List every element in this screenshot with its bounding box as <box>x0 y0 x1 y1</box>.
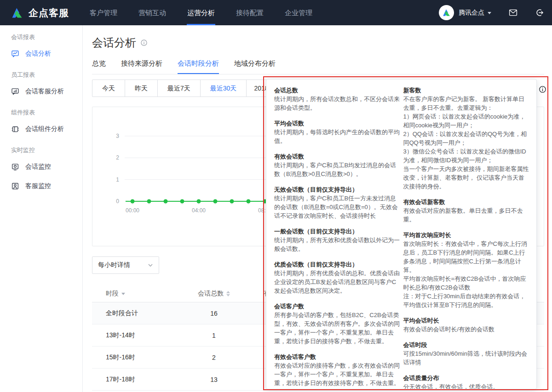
cell-period: 15时-16时 <box>92 353 170 362</box>
chevron-down-icon <box>488 12 491 14</box>
metric-body: 首次响应时长：有效会话中，客户C每次上行消息后，员工B下行消息的时间间隔。如果C… <box>403 239 529 309</box>
metric-title: 无效会话数（目前仅支持导出） <box>274 185 400 194</box>
avatar-logo-icon <box>442 8 451 17</box>
sidebar-item-label: 会话客服分析 <box>25 87 64 96</box>
nav-item-customer-mgmt[interactable]: 客户管理 <box>79 0 128 25</box>
page-title: 会话分析 <box>92 35 136 50</box>
sidebar-section-component-reports: 组件报表 会话组件分析 <box>0 108 82 134</box>
svg-text:00:00: 00:00 <box>126 207 139 214</box>
chevron-down-icon <box>148 262 153 268</box>
metric-body: 统计周期内，客户C和员工B任一方未发过消息的会话数（B消息数=0或C消息数=0）… <box>274 194 400 220</box>
qidian-logo-icon <box>10 6 24 20</box>
sidebar-item-label: 会话监控 <box>25 163 51 171</box>
agent-chat-icon <box>11 87 19 96</box>
sidebar-section-staff-reports: 员工报表 会话客服分析 <box>0 70 82 96</box>
cell-period: 全时段合计 <box>92 309 170 318</box>
envelope-icon <box>508 8 518 17</box>
sidebar-section-header: 会话报表 <box>0 33 82 42</box>
sidebar-section-session-reports: 会话报表 会话分析 <box>0 33 82 58</box>
top-menu: 客户管理 营销互动 运营分析 接待配置 企业管理 <box>79 0 323 25</box>
metric-body: 可按15min/30min/60min筛选，统计该时段内会话详情 <box>403 349 529 367</box>
tab-region-distribution[interactable]: 地域分布分析 <box>234 59 276 74</box>
tab-overview[interactable]: 总览 <box>92 59 106 74</box>
nav-right-tools: 腾讯企点 <box>439 5 545 20</box>
sidebar-item-session-analysis[interactable]: 会话分析 <box>0 49 82 58</box>
metric-body: 有效会话的会话时长/有效的会话数 <box>403 325 529 334</box>
metric-body: 所有参与会话的客户数，包括B2C、C2B会话类型，有效、无效会话的所有客户。多次… <box>274 311 400 346</box>
sort-desc-icon <box>121 293 125 295</box>
info-icon <box>539 85 546 93</box>
sidebar-item-session-monitor[interactable]: 会话监控 <box>0 162 82 171</box>
metric-title: 会话客户数 <box>274 302 400 311</box>
metric-definitions-popover: 会话总数统计周期内，所有会话次数总和，不区分会话来源和会话类型。 平均会话数统计… <box>266 79 537 389</box>
sidebar-item-agent-monitor[interactable]: 客服监控 <box>0 181 82 191</box>
metric-title: 优质会话数（目前仅支持导出） <box>274 260 400 269</box>
nav-item-enterprise-mgmt[interactable]: 企业管理 <box>274 0 323 25</box>
cell-total: 13 <box>170 376 258 383</box>
title-info-button[interactable] <box>140 39 148 46</box>
analysis-tabs: 总览 接待来源分析 会话时段分析 地域分布分析 <box>92 59 544 74</box>
sidebar-section-header: 组件报表 <box>0 108 82 117</box>
sidebar-section-realtime-monitor: 实时监控 会话监控 客服监控 <box>0 146 82 191</box>
metric-body: 有效会话对应的接待客户数，多次有效会话的同一客户，算作一个客户，不重复累加。单日… <box>274 361 400 387</box>
filter-yesterday-button[interactable]: 昨天 <box>125 80 158 97</box>
component-icon <box>11 125 19 133</box>
sort-icon <box>226 291 230 296</box>
metric-body: 统计周期内，每筛选时长内产生的会话数的平均值。 <box>274 128 400 145</box>
logout-icon <box>535 8 545 17</box>
sidebar: 会话报表 会话分析 员工报表 会话客服分析 <box>0 25 83 392</box>
metric-title: 一般会话数（目前仅支持导出） <box>274 227 400 236</box>
svg-text:04:00: 04:00 <box>192 207 206 214</box>
svg-text:3: 3 <box>116 133 119 139</box>
metric-title: 平均首次响应时长 <box>403 231 529 239</box>
metric-title: 会话总数 <box>274 86 400 95</box>
logout-button[interactable] <box>535 8 545 17</box>
svg-text:2: 2 <box>116 154 119 161</box>
chat-analysis-icon <box>11 50 19 58</box>
app-root: 企点客服 客户管理 营销互动 运营分析 接待配置 企业管理 腾讯企点 <box>0 0 552 392</box>
metric-body: 统计周期内，客户C和员工B均发过消息的会话数（B消息数>0且C消息数>0）。 <box>274 161 400 178</box>
tab-session-period[interactable]: 会话时段分析 <box>178 59 219 74</box>
popover-right-column: 新客数不在客户库的客户记为新客。 新客数计算单日去重，多日不去重。去重逻辑为： … <box>403 86 529 389</box>
filter-last7days-button[interactable]: 最近7天 <box>157 80 201 97</box>
svg-text:1: 1 <box>116 176 119 183</box>
filter-last30days-button[interactable]: 最近30天 <box>200 80 247 97</box>
top-navbar: 企点客服 客户管理 营销互动 运营分析 接待配置 企业管理 腾讯企点 <box>0 0 552 25</box>
sidebar-item-session-component-analysis[interactable]: 会话组件分析 <box>0 124 82 134</box>
metric-body: 统计周期内，所有会话次数总和，不区分会话来源和会话类型。 <box>274 95 400 112</box>
page-title-row: 会话分析 <box>92 35 148 50</box>
cell-period: 17时-18时 <box>92 375 170 384</box>
metric-body: 统计周期内，所有无效和优质会话数以外记为一般会话数。 <box>274 236 400 253</box>
nav-item-marketing[interactable]: 营销互动 <box>128 0 177 25</box>
cell-total: 1 <box>170 332 258 339</box>
metric-title: 新客数 <box>403 86 529 95</box>
nav-item-reception-config[interactable]: 接待配置 <box>225 0 274 25</box>
filter-today-button[interactable]: 今天 <box>92 80 125 97</box>
mail-button[interactable] <box>508 8 518 17</box>
avatar[interactable] <box>439 5 454 20</box>
sidebar-item-label: 会话组件分析 <box>25 125 64 133</box>
metric-body: 不在客户库的客户记为新客。 新客数计算单日去重，多日不去重。去重逻辑为： 1）网… <box>403 95 529 191</box>
sidebar-section-header: 实时监控 <box>0 146 82 155</box>
metric-title: 平均会话数 <box>274 119 400 128</box>
metric-title: 有效会话数 <box>274 152 400 161</box>
column-header-period[interactable]: 时段 <box>92 290 170 298</box>
hour-detail-select[interactable]: 每小时详情 <box>92 256 159 274</box>
popover-anchor-info-button[interactable] <box>539 85 546 93</box>
nav-item-operation-analysis[interactable]: 运营分析 <box>177 0 225 25</box>
sidebar-item-session-agent-analysis[interactable]: 会话客服分析 <box>0 86 82 96</box>
brand-logo-home[interactable]: 企点客服 <box>10 6 69 20</box>
cell-total: 2 <box>170 354 258 361</box>
tab-reception-source[interactable]: 接待来源分析 <box>121 59 162 74</box>
sidebar-item-label: 客服监控 <box>25 182 51 190</box>
metric-body: 有效会话对应的新客数。单日去重，多日不去重。 <box>403 206 529 224</box>
metric-title: 会话质量分布 <box>403 374 529 382</box>
svg-text:0: 0 <box>116 198 119 205</box>
sidebar-section-header: 员工报表 <box>0 70 82 80</box>
session-monitor-icon <box>11 163 19 171</box>
metric-body: 分无效会话，有效会话，优质会话。 <box>403 382 529 389</box>
user-menu[interactable]: 腾讯企点 <box>459 9 484 17</box>
info-icon <box>140 39 148 46</box>
metric-title: 平均会话时长 <box>403 316 529 325</box>
column-header-total-sessions[interactable]: 会话总数 <box>170 290 258 298</box>
